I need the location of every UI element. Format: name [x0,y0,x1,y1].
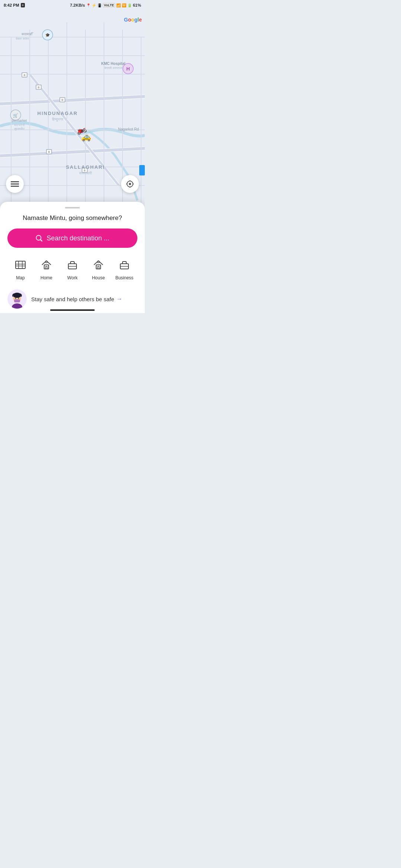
house-icon [90,257,107,273]
svg-text:भाटभटेनी: भाटभटेनी [14,123,25,127]
safety-arrow: → [116,296,122,302]
quick-action-business[interactable]: Business [111,257,137,280]
bottom-panel: Namaste Mintu, going somewhere? Search d… [0,202,145,313]
data-speed: 7.2KB/s [70,3,85,7]
svg-rect-73 [98,266,99,269]
quick-action-map[interactable]: Map [7,257,33,280]
avatar [7,289,27,309]
signal-icon: 📶 [116,3,121,7]
svg-rect-83 [14,299,20,302]
svg-point-74 [98,261,100,263]
wifi-icon: 🛜 [122,3,126,7]
google-watermark: Google [124,17,142,23]
business-icon [116,257,133,273]
work-icon [64,257,81,273]
svg-text:सल्लाघारी: सल्लाघारी [79,171,92,175]
svg-text:डेकल कलेज: डेकल कलेज [15,37,29,40]
vibrate-icon: 📳 [97,3,102,7]
quick-actions: Map Home Work [7,257,137,280]
house-label: House [92,275,105,280]
location-button[interactable] [121,175,139,193]
svg-text:KMC Hospital: KMC Hospital [101,62,125,66]
svg-rect-68 [46,266,47,269]
home-indicator [50,309,95,311]
svg-text:SALLAGHARI: SALLAGHARI [66,164,105,170]
svg-text:B: B [24,74,26,76]
map-label: Map [16,275,25,280]
home-icon [38,257,55,273]
map-icon [12,257,29,273]
search-destination-button[interactable]: Search destination ... [7,228,137,248]
greeting-text: Namaste Mintu, going somewhere? [7,214,137,222]
svg-rect-67 [44,265,49,269]
svg-point-82 [18,298,19,299]
battery-pct: 61% [133,3,141,7]
svg-text:🛒: 🛒 [13,113,18,118]
map-view: B B B B B H 🛒 🎓 HINDUNAGAR हिन्दुनगर SAL… [0,0,145,215]
svg-text:🎓: 🎓 [45,33,50,37]
svg-text:सुपरमार्केट: सुपरमार्केट [14,127,25,131]
svg-line-65 [40,240,42,241]
svg-text:permarket: permarket [12,119,27,122]
svg-rect-66 [16,261,25,269]
svg-rect-72 [96,265,101,269]
svg-rect-42 [139,165,145,175]
svg-text:HINDUNAGAR: HINDUNAGAR [38,111,78,116]
panel-handle[interactable] [65,207,80,208]
quick-action-house[interactable]: House [85,257,111,280]
svg-text:हिन्दुनगर: हिन्दुनगर [52,117,63,122]
svg-point-80 [13,293,21,298]
time: 8:42 PM [4,3,19,7]
safety-text: Stay safe and help others be safe → [31,296,122,302]
bluetooth-icon: ⚡ [92,3,96,7]
safety-banner[interactable]: Stay safe and help others be safe → [7,288,137,310]
battery-icon: 🔋 [127,3,132,7]
search-button-label: Search destination ... [46,234,109,242]
hamburger-button[interactable] [6,175,24,193]
home-label: Home [40,275,52,280]
svg-text:B: B [62,99,63,101]
svg-text:केएमसी अस्पताल: केएमसी अस्पताल [104,66,123,70]
quick-action-work[interactable]: Work [59,257,85,280]
business-label: Business [115,275,134,280]
svg-point-59 [129,183,131,185]
volte-icon: VoLTE [103,3,115,7]
sim-icon: ≡ [21,3,25,7]
location-icon: 📍 [86,3,91,7]
svg-text:B: B [38,86,40,89]
status-bar: 8:42 PM ≡ 7.2KB/s 📍 ⚡ 📳 VoLTE 📶 🛜 🔋 61% [0,0,145,10]
svg-point-81 [15,298,16,299]
work-label: Work [67,275,78,280]
svg-text:Nagarkot Rd: Nagarkot Rd [118,127,139,131]
svg-text:H: H [126,66,130,72]
quick-action-home[interactable]: Home [33,257,59,280]
svg-point-69 [46,261,48,263]
svg-text:B: B [48,151,50,153]
svg-text:काठमाडौँ: काठमाडौँ [21,32,33,36]
